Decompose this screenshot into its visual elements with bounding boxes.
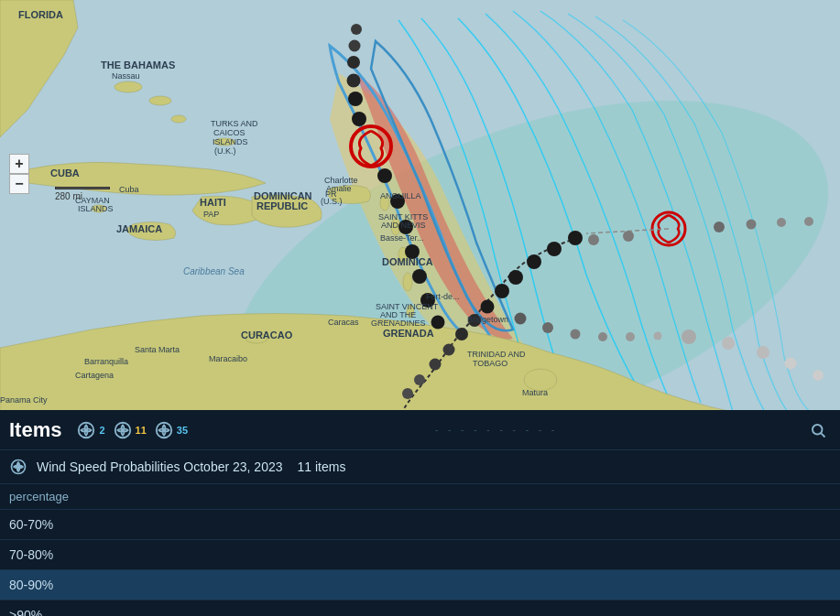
items-list: 60-70% 70-80% 80-90% >90% [0, 510, 840, 616]
svg-point-22 [588, 234, 599, 245]
svg-point-21 [623, 231, 634, 242]
svg-text:(U.K.): (U.K.) [214, 146, 236, 156]
wind-speed-count: 11 items [298, 459, 346, 474]
items-header: Items 2 11 [0, 410, 840, 450]
svg-point-105 [813, 425, 823, 435]
svg-text:Cuba: Cuba [119, 185, 139, 194]
layer-badge-1[interactable]: 2 [76, 420, 104, 440]
wind-speed-icon [9, 458, 27, 476]
svg-text:Barranquilla: Barranquilla [84, 357, 128, 366]
svg-point-10 [403, 273, 412, 291]
items-title: Items [9, 418, 61, 442]
svg-point-19 [777, 218, 786, 227]
list-header: percentage [0, 484, 840, 510]
svg-text:TURKS AND: TURKS AND [211, 119, 258, 128]
list-item-3[interactable]: >90% [0, 600, 840, 616]
svg-point-46 [412, 269, 427, 284]
svg-point-17 [714, 222, 725, 232]
svg-point-49 [515, 313, 527, 325]
svg-point-25 [527, 254, 541, 269]
layer-icon-1 [76, 420, 96, 440]
svg-point-23 [568, 231, 583, 245]
svg-point-55 [682, 330, 696, 344]
svg-point-36 [352, 112, 366, 126]
svg-point-52 [598, 332, 607, 341]
bottom-panel: Items 2 11 [0, 410, 840, 616]
zoom-in-button[interactable]: + [9, 154, 29, 174]
svg-point-41 [351, 24, 362, 35]
svg-point-37 [348, 92, 363, 106]
svg-text:ANGUILLA: ANGUILLA [380, 191, 421, 200]
svg-point-30 [455, 328, 468, 340]
svg-point-27 [495, 284, 509, 298]
svg-text:DOMINICA: DOMINICA [382, 256, 433, 267]
layer-count-2: 11 [136, 425, 147, 436]
search-button[interactable] [805, 417, 831, 443]
svg-text:FLORIDA: FLORIDA [18, 9, 63, 20]
scale-bar: 280 mi [55, 187, 110, 201]
separator-dots: - - - - - - - - - - [195, 425, 798, 435]
svg-text:Cartagena: Cartagena [75, 371, 114, 380]
svg-text:HAITI: HAITI [200, 197, 226, 208]
wind-speed-label: Wind Speed Probabilities October 23, 202… [37, 459, 283, 474]
svg-text:JAMAICA: JAMAICA [116, 223, 162, 234]
svg-point-26 [508, 270, 523, 285]
svg-text:CURACAO: CURACAO [241, 330, 293, 340]
svg-text:GRENADINES: GRENADINES [371, 319, 426, 328]
svg-text:Panama City: Panama City [0, 395, 48, 405]
svg-text:GRENADA: GRENADA [383, 328, 434, 339]
svg-point-39 [347, 56, 360, 69]
svg-point-38 [347, 74, 361, 88]
svg-text:Matura: Matura [522, 388, 548, 397]
svg-point-54 [654, 332, 662, 340]
svg-text:(U.S.): (U.S.) [321, 197, 343, 206]
svg-text:ISLANDS: ISLANDS [78, 204, 114, 213]
svg-text:Caracas: Caracas [328, 318, 359, 327]
list-header-label: percentage [9, 490, 69, 503]
layer-icon-3 [154, 420, 174, 440]
svg-point-56 [722, 337, 735, 350]
svg-text:Santa Marta: Santa Marta [135, 345, 180, 354]
map-container[interactable]: FLORIDA THE BAHAMAS Nassau TURKS AND CAI… [0, 0, 840, 412]
svg-point-42 [377, 168, 392, 183]
svg-point-18 [747, 220, 757, 230]
zoom-controls: + − [9, 154, 29, 194]
layer-badge-3[interactable]: 35 [154, 420, 188, 440]
svg-text:Amalie: Amalie [326, 184, 352, 193]
svg-text:Fort-de...: Fort-de... [426, 292, 460, 301]
svg-point-20 [804, 217, 813, 226]
svg-point-24 [547, 242, 562, 256]
svg-point-58 [785, 358, 797, 370]
search-icon [810, 422, 826, 438]
svg-point-33 [414, 374, 425, 385]
svg-text:PAP: PAP [203, 210, 219, 219]
svg-text:TOBAGO: TOBAGO [473, 359, 507, 368]
svg-point-51 [571, 330, 581, 340]
list-item-2[interactable]: 80-90% [0, 570, 840, 600]
svg-text:ISLANDS: ISLANDS [213, 137, 248, 146]
layer-count-1: 2 [99, 425, 104, 436]
svg-point-4 [171, 115, 186, 123]
svg-line-106 [821, 433, 824, 437]
layer-badge-2[interactable]: 11 [113, 420, 147, 440]
svg-text:Basse-Ter...: Basse-Ter... [380, 233, 424, 243]
svg-point-53 [626, 332, 635, 341]
svg-text:REPUBLIC: REPUBLIC [256, 200, 308, 211]
svg-point-50 [542, 322, 553, 333]
wind-speed-row[interactable]: Wind Speed Probabilities October 23, 202… [0, 450, 840, 484]
layer-icon-2 [113, 420, 133, 440]
svg-point-2 [115, 81, 142, 92]
svg-text:Bridgetown: Bridgetown [467, 315, 508, 324]
svg-text:Nassau: Nassau [112, 71, 140, 81]
svg-text:Caribbean Sea: Caribbean Sea [183, 266, 245, 276]
svg-point-34 [402, 388, 413, 399]
svg-text:TRINIDAD AND: TRINIDAD AND [467, 350, 526, 359]
svg-text:THE BAHAMAS: THE BAHAMAS [101, 59, 175, 70]
svg-point-59 [813, 370, 824, 381]
svg-point-31 [443, 344, 455, 356]
svg-point-32 [430, 359, 442, 371]
list-item-1[interactable]: 70-80% [0, 540, 840, 570]
svg-point-57 [757, 346, 769, 359]
zoom-out-button[interactable]: − [9, 174, 29, 194]
list-item-0[interactable]: 60-70% [0, 510, 840, 540]
